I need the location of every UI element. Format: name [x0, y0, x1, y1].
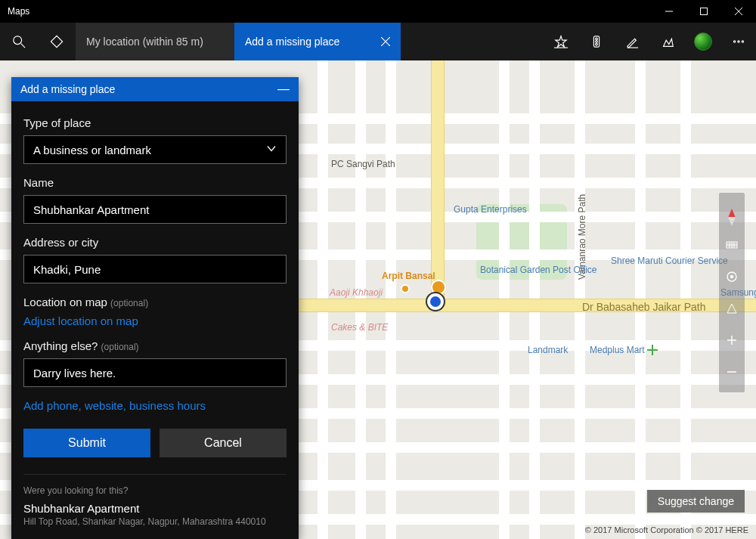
svg-point-17	[737, 41, 739, 42]
active-tab-label: Add a missing place	[245, 36, 339, 48]
anything-else-input[interactable]	[23, 358, 287, 387]
main-area: Bhau Patil Roa PC Sangvi Path Gupta Ente…	[0, 60, 756, 539]
favorites-button[interactable]	[543, 23, 578, 60]
ink-button[interactable]	[614, 23, 649, 60]
poi-botanical: Botanical Garden Post Office	[480, 265, 541, 275]
svg-rect-6	[51, 36, 62, 47]
type-of-place-label: Type of place	[23, 116, 287, 129]
type-of-place-value: A business or landmark	[33, 144, 151, 156]
panel-minimize-button[interactable]: —	[277, 82, 290, 96]
panel-title: Add a missing place	[20, 83, 115, 95]
current-location-marker	[427, 293, 444, 310]
poi-arpit-bansal: Arpit Bansal	[382, 271, 435, 281]
suggestion-address: Hill Top Road, Shankar Nagar, Nagpur, Ma…	[23, 516, 287, 527]
svg-point-13	[595, 41, 597, 43]
submit-button[interactable]: Submit	[23, 429, 150, 457]
3d-cities-button[interactable]	[649, 23, 685, 60]
poi-medplus: Medplus Mart	[590, 345, 645, 355]
svg-point-4	[14, 36, 22, 45]
address-input[interactable]	[23, 255, 287, 283]
map-style-button[interactable]	[719, 293, 745, 324]
app-toolbar: My location (within 85 m) Add a missing …	[0, 23, 756, 60]
tab-close-button[interactable]	[375, 31, 396, 52]
road-label-jaikar: Dr Babasaheb Jaikar Path	[582, 301, 705, 313]
road-label-pc-sangvi: PC Sangvi Path	[331, 159, 395, 169]
my-location-chip[interactable]: My location (within 85 m)	[76, 23, 234, 60]
anything-else-label: Anything else? (optional)	[23, 339, 287, 352]
suggest-change-button[interactable]: Suggest change	[647, 490, 745, 513]
address-label: Address or city	[23, 236, 287, 249]
svg-point-26	[731, 276, 733, 278]
app-title: Maps	[8, 6, 29, 17]
poi-landmark: Landmark	[528, 345, 568, 355]
poi-aaoji: Aaoji Khhaoji	[330, 287, 383, 298]
window-titlebar: Maps	[0, 0, 756, 23]
my-location-label: My location (within 85 m)	[86, 36, 203, 48]
zoom-out-button[interactable]	[719, 356, 745, 388]
poi-shree-maruti: Shree Maruti Courier Service	[611, 256, 679, 266]
user-avatar[interactable]	[685, 23, 720, 60]
svg-point-16	[733, 41, 735, 42]
poi-cakes: Cakes & BITE	[331, 322, 388, 333]
location-on-map-label: Location on map (optional)	[23, 296, 287, 308]
svg-point-18	[742, 41, 743, 42]
cancel-button[interactable]: Cancel	[160, 429, 287, 457]
more-button[interactable]	[720, 23, 756, 60]
were-you-looking-label: Were you looking for this?	[23, 485, 287, 496]
road-bhau-patil	[431, 60, 445, 297]
map-controls	[719, 193, 745, 392]
locate-me-button[interactable]	[719, 261, 745, 293]
svg-marker-27	[727, 304, 736, 313]
compass-icon	[728, 209, 736, 218]
name-label: Name	[23, 176, 287, 189]
globe-avatar-icon	[694, 33, 712, 51]
add-missing-place-panel: Add a missing place — Type of place A bu…	[11, 77, 299, 539]
tilt-button[interactable]	[719, 229, 745, 261]
window-minimize-button[interactable]	[652, 0, 686, 23]
zoom-in-button[interactable]	[719, 324, 745, 356]
poi-gupta: Gupta Enterprises	[454, 204, 527, 215]
poi-marker-orange	[431, 280, 446, 295]
suggestion-title[interactable]: Shubhankar Apartment	[23, 502, 287, 515]
svg-rect-1	[701, 8, 708, 15]
type-of-place-select[interactable]: A business or landmark	[23, 135, 287, 164]
chevron-down-icon	[266, 144, 277, 156]
directions-button[interactable]	[38, 23, 76, 60]
pharmacy-icon	[647, 345, 658, 355]
tab-add-missing-place[interactable]: Add a missing place	[234, 23, 401, 60]
traffic-button[interactable]	[578, 23, 614, 60]
toolbar-right-group	[543, 23, 756, 60]
map-attribution: © 2017 Microsoft Corporation © 2017 HERE	[585, 525, 748, 534]
adjust-location-link[interactable]: Adjust location on map	[23, 314, 287, 327]
svg-point-14	[595, 43, 597, 45]
search-button[interactable]	[0, 23, 38, 60]
window-close-button[interactable]	[721, 0, 756, 23]
add-more-details-link[interactable]: Add phone, website, business hours	[23, 399, 287, 412]
compass-button[interactable]	[719, 197, 745, 229]
poi-marker-orange-small	[401, 284, 410, 293]
window-maximize-button[interactable]	[686, 0, 721, 23]
svg-point-12	[595, 38, 597, 40]
svg-line-5	[21, 44, 25, 48]
name-input[interactable]	[23, 195, 287, 224]
svg-marker-9	[555, 36, 565, 47]
panel-header: Add a missing place —	[11, 77, 299, 101]
